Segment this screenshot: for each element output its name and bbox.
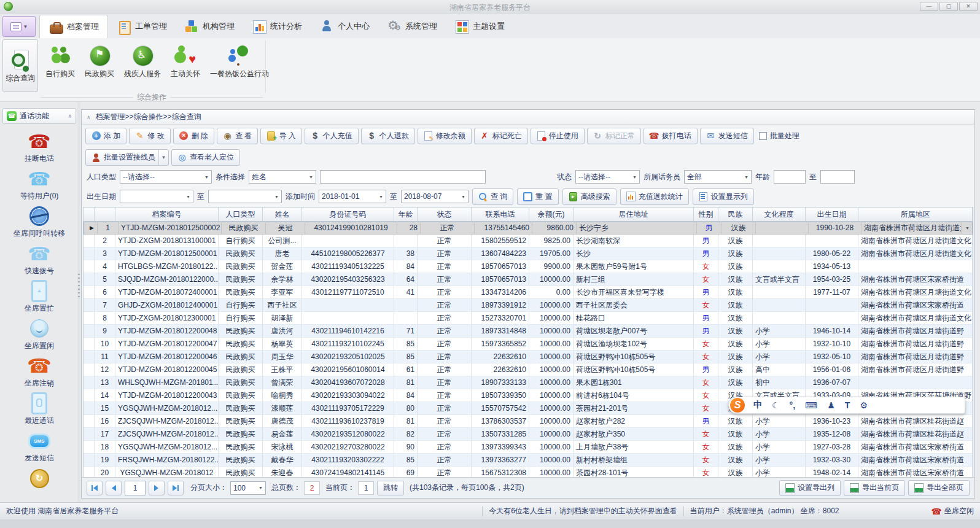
collapse-chevron-icon[interactable]: ∧ — [87, 114, 91, 120]
table-row[interactable]: 4HTGLBGS-MZGM-20180122...民政购买贺金莲43021119… — [84, 260, 973, 273]
add-time-to-select[interactable]: 2018-08-07 — [401, 190, 469, 203]
table-row[interactable]: 7GHJD-ZXGM-2018012400001自行购买西子社区正常189733… — [84, 299, 973, 312]
personal-refund-button[interactable]: 个人退款 — [361, 128, 415, 144]
batch-process-checkbox[interactable] — [759, 132, 767, 140]
mark-normal-button[interactable]: 标记正常 — [587, 128, 641, 144]
keyword-input[interactable] — [320, 170, 486, 184]
page-size-select[interactable]: 100 — [230, 481, 266, 495]
column-header[interactable]: 年龄 — [394, 208, 418, 221]
table-row[interactable]: 5SJQJD-MZGM-20180122000...民政购买余学林4302021… — [84, 273, 973, 286]
sidebar-splitter[interactable] — [77, 102, 80, 502]
age-to-input[interactable] — [820, 170, 855, 184]
tab-statistics[interactable]: 统计分析 — [243, 15, 311, 38]
table-row[interactable]: 8YTJD-ZXGM-2018012300001自行购买胡泽新正常1527332… — [84, 312, 973, 325]
dial-phone-button[interactable]: 拨打电话 — [644, 128, 698, 144]
table-row[interactable]: 3YTJD-MZGM-2018012500001民政购买唐老4451021980… — [84, 247, 973, 260]
table-row[interactable]: 10YTJD-MZGM-2018012200047民政购买杨翠英43021119… — [84, 338, 973, 351]
column-header[interactable]: 出生日期 — [806, 208, 858, 221]
batch-set-operator-button[interactable]: 批量设置接线员 ▼ — [85, 149, 169, 166]
table-row[interactable]: 2YTJD-ZXGM-2018013100001自行购买公司测...正常1580… — [84, 235, 973, 247]
sogou-logo-icon[interactable]: S — [730, 398, 745, 413]
modify-button[interactable]: 修 改 — [129, 128, 170, 144]
column-header[interactable]: 所属地区 — [858, 208, 973, 221]
ime-keyboard-icon[interactable]: ⌨ — [805, 400, 817, 410]
ime-wrench-icon[interactable]: ⚙ — [860, 400, 868, 410]
ribbon-button-query[interactable]: 综合查询 — [2, 39, 38, 92]
table-row[interactable]: 17ZJCSQJWH-MZGM-2018012...民政购买易金莲4302021… — [84, 428, 973, 441]
status-select[interactable]: --请选择-- — [575, 170, 640, 184]
sidebar-item-waiting-users[interactable]: 等待用户(0) — [20, 168, 59, 205]
ribbon-button-hot-meal[interactable]: 一餐热饭公益行动 — [205, 39, 274, 92]
mark-death-button[interactable]: 标记死亡 — [474, 128, 528, 144]
ribbon-button-self-purchase[interactable]: 自行购买 — [41, 39, 80, 92]
table-row[interactable]: 12YTJD-MZGM-2018012200045民政购买王株平43020219… — [84, 363, 973, 376]
stop-use-button[interactable]: 停止使用 — [531, 128, 585, 144]
sidebar-item-agent-busy[interactable]: 坐席置忙 — [25, 280, 54, 317]
operator-select[interactable]: 全部 — [684, 170, 752, 184]
ribbon-button-disabled-service[interactable]: 残疾人服务 — [119, 39, 166, 92]
prev-page-button[interactable] — [106, 481, 122, 495]
first-page-button[interactable] — [87, 481, 103, 495]
export-current-page-button[interactable]: 导出当前页 — [844, 480, 905, 496]
sidebar-header-call-functions[interactable]: ☎ 通话功能 ∧ — [2, 108, 76, 124]
dropdown-arrow-icon[interactable]: ▼ — [158, 149, 168, 166]
ime-punctuation-icon[interactable]: °‚ — [790, 400, 796, 410]
ime-person-icon[interactable]: ♟ — [827, 400, 835, 410]
birth-from-select[interactable] — [120, 190, 193, 203]
pop-type-select[interactable]: --请选择-- — [120, 170, 212, 184]
column-header[interactable]: 文化程度 — [753, 208, 806, 221]
tab-personal[interactable]: 个人中心 — [311, 15, 378, 38]
import-button[interactable]: 导 入 — [260, 128, 301, 144]
maximize-button[interactable]: ▢ — [939, 2, 958, 11]
add-button[interactable]: 添 加 — [85, 128, 126, 144]
table-row[interactable]: 18YGSQJWH-MZGM-2018012...民政购买宋泳桃43020219… — [84, 441, 973, 454]
column-header[interactable]: 余额(元) — [529, 208, 574, 221]
column-header[interactable]: 身份证号码 — [302, 208, 394, 221]
sidebar-item-agent-logout[interactable]: 坐席注销 — [25, 355, 54, 392]
page-number-box[interactable]: 1 — [125, 481, 146, 495]
batch-process-checkbox-wrap[interactable]: 批量处理 — [759, 131, 799, 141]
tab-theme[interactable]: 主题设置 — [446, 15, 513, 38]
sidebar-item-hangup[interactable]: 挂断电话 — [25, 130, 54, 168]
current-page-input[interactable]: 1 — [358, 481, 374, 495]
last-page-button[interactable] — [168, 481, 184, 495]
table-row[interactable]: 16ZJCSQJWH-MZGM-2018012...民政购买唐德茂4302111… — [84, 415, 973, 428]
table-row[interactable]: ▶1YTJD-MZGM-2018012500002民政购买吴冠430124199… — [84, 222, 973, 235]
sogou-ime-toolbar[interactable]: S 中☾°‚⌨♟T⚙ — [728, 397, 965, 414]
table-row[interactable]: 13WHLSQJWH-MZGM-201801...民政购买曾满荣43020419… — [84, 376, 973, 389]
tab-organization[interactable]: 机构管理 — [176, 15, 243, 38]
add-time-from-select[interactable]: 2018-01-01 — [319, 190, 386, 203]
table-row[interactable]: 11YTJD-MZGM-2018012200046民政购买周玉华43020219… — [84, 351, 973, 363]
delete-button[interactable]: 删 除 — [173, 128, 214, 144]
sidebar-item-call-transfer[interactable]: 坐席间呼叫转移 — [14, 205, 65, 243]
table-row[interactable]: 20YGSQJWH-MZGM-2018012民政购买朱迎春43072419480… — [84, 467, 973, 477]
locate-elder-button[interactable]: 查看老人定位 — [171, 149, 240, 166]
condition-select[interactable]: 姓名 — [249, 170, 316, 184]
column-header[interactable]: 姓名 — [263, 208, 302, 221]
column-header[interactable]: 联系电话 — [472, 208, 529, 221]
minimize-button[interactable]: — — [920, 2, 938, 11]
reset-button[interactable]: 重 置 — [517, 188, 558, 205]
age-from-input[interactable] — [774, 170, 806, 184]
modify-balance-button[interactable]: 修改余额 — [418, 128, 472, 144]
ime-chinese-mode-icon[interactable]: 中 — [753, 400, 762, 411]
ribbon-button-civil-purchase[interactable]: 民政购买 — [80, 39, 119, 92]
send-sms-button[interactable]: 发送短信 — [700, 128, 754, 144]
ime-skin-icon[interactable]: T — [845, 400, 850, 410]
table-row[interactable]: 19FRSQJWH-MZGM-20180122...民政购买戴春华4302111… — [84, 454, 973, 467]
export-all-pages-button[interactable]: 导出全部页 — [908, 480, 970, 496]
sidebar-item-agent-idle[interactable]: 坐席置闲 — [25, 317, 54, 355]
recharge-refund-stats-button[interactable]: 充值退款统计 — [620, 188, 689, 205]
column-header[interactable]: 民族 — [718, 208, 753, 221]
view-button[interactable]: 查 看 — [217, 128, 258, 144]
tab-system[interactable]: 系统管理 — [378, 15, 446, 38]
column-header[interactable]: 状态 — [418, 208, 472, 221]
jump-button[interactable]: 跳转 — [377, 481, 404, 495]
birth-to-select[interactable] — [208, 190, 282, 203]
ribbon-button-active-care[interactable]: 主动关怀 — [166, 39, 205, 92]
set-display-columns-button[interactable]: 设置显示列 — [693, 188, 754, 205]
advanced-search-button[interactable]: 高级搜索 — [562, 188, 616, 205]
sidebar-item-speed-dial[interactable]: 快速拨号 — [25, 243, 54, 280]
sidebar-item-recent-calls[interactable]: 最近通话 — [25, 392, 54, 430]
column-header[interactable]: 人口类型 — [219, 208, 263, 221]
